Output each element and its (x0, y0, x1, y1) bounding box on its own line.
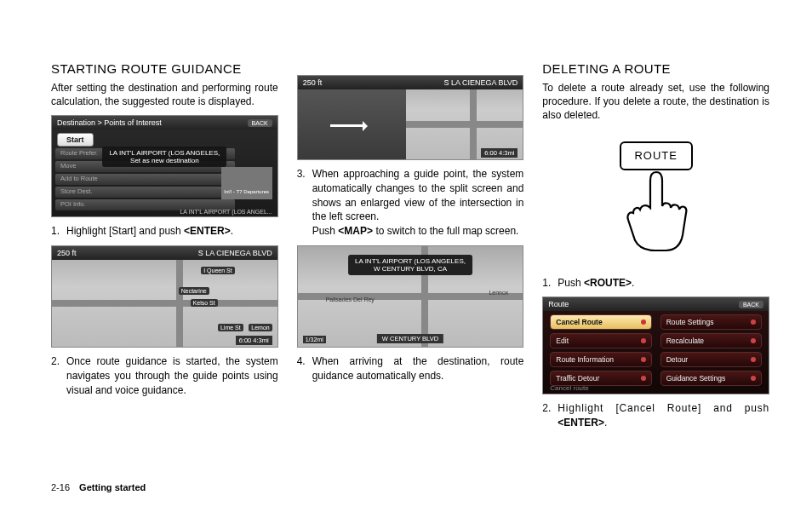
street-label: I Queen St (201, 267, 234, 274)
popup-line2: W CENTURY BLVD, CA (355, 265, 466, 273)
title-label: Route (548, 300, 569, 308)
route-menu-right: Route Settings Recalculate Detour Guidan… (660, 314, 762, 377)
screenshot-arrival-map: LA INT'L AIRPORT (LOS ANGELES, W CENTURY… (297, 245, 524, 348)
distance-label: 250 ft (303, 78, 323, 87)
back-button: BACK (739, 301, 763, 308)
step-number: 3. (297, 167, 306, 181)
region-label: Palisades Del Rey (323, 296, 377, 303)
turn-arrow-icon (330, 121, 373, 131)
bullet-icon (641, 376, 646, 381)
enter-key: <ENTER> (184, 225, 231, 237)
menu-label: Cancel Route (556, 318, 602, 326)
menu-item-route-settings: Route Settings (660, 314, 762, 330)
step-3: 3. When approaching a guide point, the s… (297, 167, 524, 239)
route-menu-left: Cancel Route Edit Route Information Traf… (550, 314, 651, 377)
screenshot-split-view: 250 ft S LA CIENEGA BLVD 6:00 4:3mi (297, 75, 524, 160)
scale-label: 1/32mi (303, 336, 326, 343)
screenshot-topbar: Destination > Points of Interest BACK (52, 116, 277, 130)
column-2: 250 ft S LA CIENEGA BLVD 6:00 4:3mi 3. W… (297, 61, 524, 470)
poi-thumbnail: Int'l - T7 Departures (221, 167, 272, 199)
street-label: Nectarine (179, 287, 209, 295)
step-text-end: . (632, 277, 634, 289)
hint-footer: Cancel route (550, 384, 588, 392)
menu-item-route-info: Route Information (550, 352, 651, 367)
bottom-road-label: W CENTURY BLVD (377, 334, 443, 343)
menu-label: Guidance Settings (666, 374, 725, 383)
map-roads (52, 260, 277, 347)
bullet-icon (641, 357, 646, 362)
step-text-end: . (231, 225, 233, 237)
bullet-icon (641, 319, 646, 325)
screenshot-topbar: 250 ft S LA CIENEGA BLVD (52, 246, 277, 260)
route-menu-grid: Cancel Route Edit Route Information Traf… (550, 314, 762, 377)
step-2: 2. Once route guidance is started, the s… (51, 354, 278, 397)
start-button: Start (57, 133, 94, 147)
step-1: 1. Highlight [Start] and push <ENTER>. (51, 224, 278, 239)
step-text: When approaching a guide point, the syst… (312, 168, 524, 222)
time-dist-label: 6:00 4:3mi (481, 148, 518, 158)
step-2: 2. Highlight [Cancel Route] and push <EN… (542, 401, 769, 430)
bullet-icon (751, 319, 756, 325)
step-text: Highlight [Cancel Route] and push (558, 402, 769, 414)
footer-caption: LA INT'L AIRPORT (LOS ANGEL... (180, 209, 272, 215)
step-number: 4. (297, 354, 306, 369)
screenshot-destination-poi: Destination > Points of Interest BACK St… (51, 115, 278, 217)
route-key: <ROUTE> (584, 277, 632, 289)
road-label: S LA CIENEGA BLVD (443, 78, 518, 87)
back-button: BACK (248, 119, 272, 127)
hand-icon (618, 167, 695, 252)
street-label: Lemon (249, 324, 272, 331)
step-text: Push (558, 277, 584, 289)
step-number: 1. (542, 276, 551, 291)
region-label: Lennox (486, 289, 511, 296)
step-text: When arriving at the destination, route … (312, 355, 524, 382)
route-physical-button: ROUTE (620, 141, 693, 170)
column-3: DELETING A ROUTE To delete a route alrea… (542, 61, 769, 470)
popup-line1: LA INT'L AIRPORT (LOS ANGELES, (355, 257, 466, 265)
street-label: Kelso St (191, 299, 218, 307)
bullet-icon (751, 357, 756, 362)
page-footer: 2-16 Getting started (51, 482, 146, 492)
menu-item-recalculate: Recalculate (660, 333, 762, 348)
menu-row: Add to Route (55, 174, 235, 185)
bullet-icon (641, 338, 646, 343)
menu-label: Traffic Detour (556, 374, 599, 383)
menu-item-guidance-settings: Guidance Settings (660, 371, 762, 386)
bullet-icon (751, 338, 756, 343)
breadcrumb-text: Destination > Points of Interest (57, 118, 162, 127)
intro-text: After setting the destination and perfor… (51, 81, 278, 108)
menu-label: Edit (556, 337, 569, 345)
menu-label: Route Settings (666, 318, 714, 326)
intro-text: To delete a route already set, use the f… (542, 81, 769, 123)
step-text-push: Push (312, 225, 339, 237)
popup-destination: LA INT'L AIRPORT (LOS ANGELES, W CENTURY… (348, 255, 472, 275)
page-columns: STARTING ROUTE GUIDANCE After setting th… (51, 61, 769, 470)
street-label: Lime St (218, 324, 243, 331)
split-left-enlarged (298, 89, 406, 159)
menu-label: Recalculate (666, 337, 704, 345)
menu-item-detour: Detour (660, 352, 762, 367)
popup-line2: Set as new destination (109, 157, 220, 164)
column-1: STARTING ROUTE GUIDANCE After setting th… (51, 61, 278, 470)
step-number: 2. (51, 354, 60, 369)
popup-destination: LA INT'L AIRPORT (LOS ANGELES, Set as ne… (102, 147, 226, 167)
distance-label: 250 ft (57, 249, 77, 257)
popup-line1: LA INT'L AIRPORT (LOS ANGELES, (109, 149, 220, 157)
menu-label: Route Information (556, 355, 614, 364)
road-label: S LA CIENEGA BLVD (198, 249, 272, 257)
step-4: 4. When arriving at the destination, rou… (297, 354, 524, 383)
step-1: 1. Push <ROUTE>. (542, 276, 769, 291)
step-text: Highlight [Start] and push (66, 225, 184, 237)
heading-starting-route: STARTING ROUTE GUIDANCE (51, 61, 278, 76)
screenshot-topbar: Route BACK (543, 297, 769, 311)
bullet-icon (751, 376, 756, 381)
menu-row: Store Dest. (55, 187, 235, 198)
step-number: 2. (542, 401, 551, 416)
map-key: <MAP> (338, 225, 373, 237)
step-text-end: . (604, 417, 608, 429)
time-dist-label: 6:00 4:3mi (236, 336, 272, 345)
menu-label: Detour (666, 355, 689, 364)
route-button-illustration: ROUTE (592, 141, 720, 261)
menu-item-cancel-route: Cancel Route (550, 314, 651, 330)
heading-deleting-route: DELETING A ROUTE (542, 61, 769, 76)
